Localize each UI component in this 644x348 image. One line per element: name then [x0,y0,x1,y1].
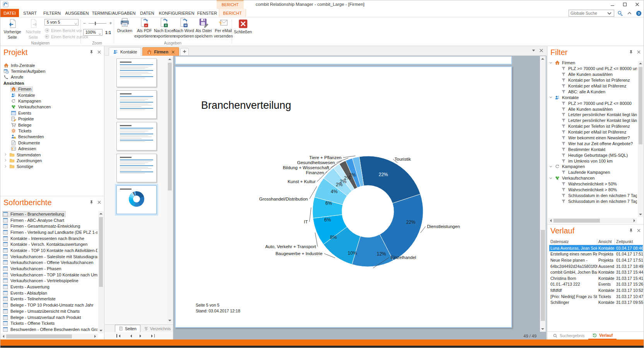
scroll-right-arrow[interactable] [92,334,98,339]
report-item-kontakte-interessenten-nach-branche[interactable]: Kontakte - Interessenten nach Branche [1,235,97,242]
pin-icon[interactable] [629,50,634,55]
zoom-in-icon[interactable]: + [109,21,113,26]
filter-item-schlussdatum-in-den-n-chsten-7-tag[interactable]: Schlussdatum in den nächsten 7 Tag [549,198,637,204]
sidebar-item-events[interactable]: Events [1,110,103,116]
page-thumbnail-5[interactable] [116,185,157,214]
page-thumbnail-2[interactable] [116,90,157,119]
ribbon-button-drucken[interactable]: Drucken [115,17,135,38]
view-tab-kontakte[interactable]: Kontakte [109,47,141,56]
maximize-button[interactable] [620,1,629,8]
verlauf-row-fdfdfdf[interactable]: fdfdfdfKontakte31.03.17 10:52 [549,287,643,293]
report-item-events-auswertung[interactable]: Events - Auswertung [1,284,97,290]
verlauf-row-luna-aventuras-jean-soleil[interactable]: Luna Aventuras, Jean SoleilKontakte03.04… [549,245,643,251]
filter-item-laufende-kampagnen[interactable]: Laufende Kampagnen [549,170,637,175]
first-page-button[interactable] [116,334,120,338]
sidebar-item-termine-aufgaben[interactable]: Termine/Aufgaben [1,68,103,74]
ribbon-tab-termine-aufgaben[interactable]: TERMINE/AUFGABEN [91,9,137,17]
close-icon[interactable] [636,50,641,55]
pin-icon[interactable] [629,228,634,233]
filter-group-kontakte[interactable]: Kontakte [549,94,637,100]
report-item-tickets-offene-tickets[interactable]: Tickets - Offene Tickets [1,320,97,326]
close-window-button[interactable] [633,1,641,8]
report-item-belege-top-10-produkt-umsatz-nach-jahr[interactable]: Belege - TOP 10 Produkt-Umsatz nach Jahr [1,302,97,308]
filter-item-letzter-pers-nlicher-kontakt-liegt-l-n[interactable]: Letzter persönlicher Kontakt liegt län [549,112,637,118]
filter-item-heutige-geburtstage-ms-sql[interactable]: Heutige Geburtstage (MS-SQL) [549,152,637,158]
zoom-thumb[interactable] [95,22,96,25]
next-page-button[interactable]: Nächste Seite [23,19,44,39]
close-report-button[interactable]: Schließen [232,19,253,34]
report-item-kontakte-top-10-kontakte-nach-aktivit-te[interactable]: Kontakte - TOP 10 Kontakte nach Aktivitä… [1,247,97,254]
scroll-up-arrow[interactable] [167,57,173,62]
filter-item-kontakt-per-telefon-ist-pr-ferenz[interactable]: Kontakt per Telefon ist Präferenz [549,123,637,129]
sidebar-item-firmen[interactable]: Firmen [1,86,103,92]
sidebar-item-verkaufschancen[interactable]: Verkaufschancen [1,104,103,110]
scroll-thumb[interactable] [6,334,72,338]
filter-group-firmen[interactable]: Firmen [549,60,637,66]
bottom-tab-verlauf[interactable]: Verlauf [588,332,617,339]
pin-icon[interactable] [89,200,94,205]
search-dropdown-caret-icon[interactable] [606,10,613,17]
report-item-verkaufschancen-offene-verkaufschancen[interactable]: Verkaufschancen - Offene Verkaufschancen [1,260,97,266]
filter-group-kampagnen[interactable]: Kampagnen [549,164,637,170]
report-forward-button[interactable]: Einen Bericht vor [44,28,82,33]
zoom-value-combo[interactable]: 100% [83,29,102,36]
sidebar-item-belege[interactable]: Belege [1,122,103,128]
sidebar-item-adressen[interactable]: Adressen [1,146,103,151]
pin-icon[interactable] [89,50,94,55]
sidebar-item-zuordnungen[interactable]: Zuordnungen [1,158,103,163]
minimize-button[interactable] [608,1,617,8]
close-tab-icon[interactable] [171,50,175,53]
report-item-firmen-verteilung-auf-landkarte-de-plz-1[interactable]: Firmen - Verteilung auf Landkarte (DE PL… [1,229,97,235]
sidebar-item-kampagnen[interactable]: Kampagnen [1,98,103,104]
verlauf-row-neue-reise-planen[interactable]: Neue Reise planen -Projekta01.04.17 17:5… [549,257,643,263]
page-thumbnail-1[interactable] [116,58,157,87]
verlauf-row-erstellung-eines-neuen-reis[interactable]: Erstellung eines neuen ReisProjekta01.04… [549,251,643,257]
scroll-left-arrow[interactable] [1,334,6,339]
filter-item-wer-hat-zur-zeit-offene-angebote[interactable]: Wer hat zur Zeit offene Angebote? [549,141,637,146]
report-item-firmen-branchenverteilung[interactable]: Firmen - Branchenverteilung [1,211,97,217]
thumbnails-vertical-scrollbar[interactable] [167,57,173,323]
filter-item-kontakt-per-telefon-ist-pr-ferenz[interactable]: Kontakt per Telefon ist Präferenz [549,77,637,83]
filter-item-wer-bekommt-einen-newsletter[interactable]: Wer bekommt einen Newsletter? [549,135,637,141]
scroll-thumb[interactable] [99,217,103,287]
page-thumbnail-4[interactable] [116,154,157,182]
thumbnail-tab-seiten[interactable]: Seiten [115,325,140,332]
filter-item-letzter-pers-nlicher-kontakt-liegt-l-n[interactable]: Letzter persönlicher Kontakt liegt län [549,118,637,123]
scroll-left-arrow[interactable] [548,218,553,223]
filter-item-kontakt-per-email-ist-pr-ferenz[interactable]: Kontakt per eMail ist Präferenz [549,129,637,135]
scroll-thumb[interactable] [639,67,642,144]
report-item-belege-umsatzverlauf-nach-produkt[interactable]: Belege - Umsatzverlauf nach Produkt [1,314,97,321]
help-icon[interactable]: ? [635,10,642,17]
filter-item-schlussdatum-in-den-n-chsten-7-tag[interactable]: Schlussdatum in den nächsten 7 Tag [549,192,637,198]
filter-item-im-umkreis-von-100-km[interactable]: im Umkreis von 100 km [549,158,637,164]
close-icon[interactable] [97,50,102,55]
sidebar-item-tickets[interactable]: Tickets [1,128,103,134]
report-item-verkaufschancen-phasen[interactable]: Verkaufschancen - Phasen [1,266,97,272]
search-go-icon[interactable] [617,10,624,17]
report-item-events-ablaufplan[interactable]: Events - Ablaufplan [1,290,97,296]
report-item-firmen-abc-analyse-chart[interactable]: Firmen - ABC-Analyse Chart [1,217,97,223]
zoom-slider[interactable]: − + [82,21,113,26]
zoom-out-icon[interactable]: − [82,21,86,26]
report-item-aktivit-ten-mitarbeiterauslastung-gester[interactable]: Aktivitäten - Mitarbeiterauslastung Gest… [1,333,97,333]
ribbon-button-per-email-versenden[interactable]: Per eMailversenden [214,17,233,38]
filter-item-alle-kunden-ausw-hlen[interactable]: Alle Kunden auswählen [549,106,637,112]
zoom-one-to-one-button[interactable]: 1:1 [105,30,111,35]
page-thumbnail-3[interactable] [116,122,157,151]
filter-group-verkaufschancen[interactable]: Verkaufschancen [549,175,637,181]
filter-horizontal-scrollbar[interactable] [548,218,637,223]
report-item-belege-umsatz-bersicht-mit-charts[interactable]: Belege - Umsatzübersicht mit Charts [1,308,97,314]
sidebar-item-anrufe[interactable]: Anrufe [1,74,103,80]
sidebar-item-kontakte[interactable]: Kontakte [1,92,103,98]
report-item-events-teilnehmerliste[interactable]: Events - Teilnehmerliste [1,296,97,302]
sofort-horizontal-scrollbar[interactable] [1,334,98,339]
ribbon-tab-bericht[interactable]: BERICHT [219,9,246,17]
verlauf-column-ansicht[interactable]: Ansicht [597,238,615,245]
scroll-up-arrow[interactable] [98,211,104,216]
last-page-button[interactable] [152,334,155,338]
add-view-tab-button[interactable] [180,48,189,56]
verlauf-row-01-01-4713-222[interactable]: 01.01.-4713 222Events31.03.17 15:26 [549,281,643,288]
next-page-nav-button[interactable] [140,334,143,338]
report-item-kontakte-versch-kontaktauswertungen[interactable]: Kontakte - Versch. Kontaktauswertungen [1,241,97,247]
ribbon-tab-konfigurieren[interactable]: KONFIGURIEREN [158,9,195,17]
